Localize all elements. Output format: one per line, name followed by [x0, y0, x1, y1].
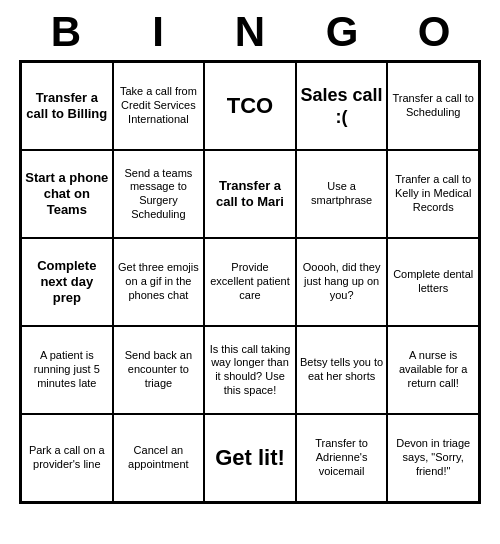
cell-19: A nurse is available for a return call!	[387, 326, 479, 414]
cell-6: Send a teams message to Surgery Scheduli…	[113, 150, 205, 238]
cell-13: Ooooh, did they just hang up on you?	[296, 238, 388, 326]
title-letter-g: G	[316, 8, 368, 56]
cell-10: Complete next day prep	[21, 238, 113, 326]
cell-4: Transfer a call to Scheduling	[387, 62, 479, 150]
cell-22: Get lit!	[204, 414, 296, 502]
bingo-grid: Transfer a call to BillingTake a call fr…	[19, 60, 481, 504]
cell-18: Betsy tells you to eat her shorts	[296, 326, 388, 414]
cell-17: Is this call taking way longer than it s…	[204, 326, 296, 414]
cell-11: Get three emojis on a gif in the phones …	[113, 238, 205, 326]
bingo-title: B I N G O	[20, 8, 480, 56]
cell-23: Transfer to Adrienne's voicemail	[296, 414, 388, 502]
cell-16: Send back an encounter to triage	[113, 326, 205, 414]
title-letter-i: I	[132, 8, 184, 56]
cell-0: Transfer a call to Billing	[21, 62, 113, 150]
cell-2: TCO	[204, 62, 296, 150]
cell-1: Take a call from Credit Services Interna…	[113, 62, 205, 150]
title-letter-b: B	[40, 8, 92, 56]
cell-21: Cancel an appointment	[113, 414, 205, 502]
cell-7: Transfer a call to Mari	[204, 150, 296, 238]
cell-9: Tranfer a call to Kelly in Medical Recor…	[387, 150, 479, 238]
cell-14: Complete dental letters	[387, 238, 479, 326]
cell-24: Devon in triage says, "Sorry, friend!"	[387, 414, 479, 502]
title-letter-n: N	[224, 8, 276, 56]
cell-8: Use a smartphrase	[296, 150, 388, 238]
cell-15: A patient is running just 5 minutes late	[21, 326, 113, 414]
cell-20: Park a call on a provider's line	[21, 414, 113, 502]
cell-5: Start a phone chat on Teams	[21, 150, 113, 238]
cell-3: Sales call :(	[296, 62, 388, 150]
title-letter-o: O	[408, 8, 460, 56]
cell-12: Provide excellent patient care	[204, 238, 296, 326]
